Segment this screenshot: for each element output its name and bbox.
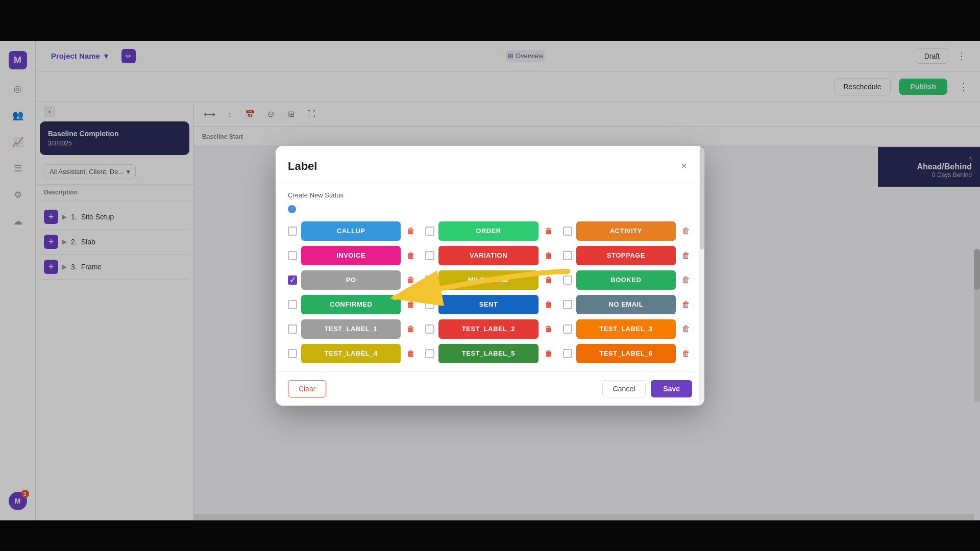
variation-delete[interactable]: 🗑 (543, 249, 555, 262)
invoice-delete[interactable]: 🗑 (405, 249, 417, 262)
sent-delete[interactable]: 🗑 (543, 298, 555, 311)
invoice-tag[interactable]: INVOICE (301, 246, 401, 265)
footer-right: Cancel Save (602, 380, 692, 397)
test4-checkbox[interactable] (288, 349, 297, 358)
label-row-sent: SENT 🗑 (425, 295, 554, 314)
test5-checkbox[interactable] (425, 349, 434, 358)
activity-tag[interactable]: ACTIVITY (576, 221, 676, 241)
label-row-stoppage: STOPPAGE 🗑 (563, 246, 692, 265)
modal-overlay: Label × Create New Status CALLUP 🗑 ORDER… (0, 0, 980, 551)
create-new-status-label: Create New Status (288, 191, 692, 199)
booked-checkbox[interactable] (563, 276, 572, 285)
confirmed-delete[interactable]: 🗑 (405, 298, 417, 311)
order-delete[interactable]: 🗑 (543, 225, 555, 237)
confirmed-tag[interactable]: CONFIRMED (301, 295, 401, 314)
sent-checkbox[interactable] (425, 300, 434, 309)
no-email-checkbox[interactable] (563, 300, 572, 309)
no-email-delete[interactable]: 🗑 (680, 298, 692, 311)
test2-checkbox[interactable] (425, 324, 434, 334)
variation-tag[interactable]: VARIATION (438, 246, 538, 265)
po-delete[interactable]: 🗑 (405, 274, 417, 286)
invoice-checkbox[interactable] (288, 251, 297, 260)
label-row-test3: TEST_LABEL_3 🗑 (563, 319, 692, 339)
modal-close-button[interactable]: × (676, 158, 692, 174)
label-grid: CALLUP 🗑 ORDER 🗑 ACTIVITY 🗑 INVOICE (288, 221, 692, 363)
label-row-confirmed: CONFIRMED 🗑 (288, 295, 417, 314)
label-row-test1: TEST_LABEL_1 🗑 (288, 319, 417, 339)
variation-checkbox[interactable] (425, 251, 434, 260)
milestone-tag[interactable]: MILESTONE (438, 270, 538, 290)
modal-header: Label × (276, 146, 704, 183)
label-row-activity: ACTIVITY 🗑 (563, 221, 692, 241)
modal-body: Create New Status CALLUP 🗑 ORDER 🗑 ACTIV… (276, 183, 704, 371)
test4-delete[interactable]: 🗑 (405, 347, 417, 360)
cancel-button[interactable]: Cancel (602, 380, 646, 397)
modal-scrollbar[interactable] (699, 146, 704, 406)
test1-tag[interactable]: TEST_LABEL_1 (301, 319, 401, 339)
stoppage-checkbox[interactable] (563, 251, 572, 260)
test1-delete[interactable]: 🗑 (405, 323, 417, 335)
label-row-test4: TEST_LABEL_4 🗑 (288, 344, 417, 363)
test5-tag[interactable]: TEST_LABEL_5 (438, 344, 538, 363)
milestone-delete[interactable]: 🗑 (543, 274, 555, 286)
label-row-po: ✓ PO 🗑 (288, 270, 417, 290)
test2-delete[interactable]: 🗑 (543, 323, 555, 335)
label-row-callup: CALLUP 🗑 (288, 221, 417, 241)
test6-tag[interactable]: TEST_LABEL_6 (576, 344, 676, 363)
test6-checkbox[interactable] (563, 349, 572, 358)
label-row-test2: TEST_LABEL_2 🗑 (425, 319, 554, 339)
label-row-test6: TEST_LABEL_6 🗑 (563, 344, 692, 363)
activity-checkbox[interactable] (563, 227, 572, 236)
stoppage-delete[interactable]: 🗑 (680, 249, 692, 262)
test1-checkbox[interactable] (288, 324, 297, 334)
test3-delete[interactable]: 🗑 (680, 323, 692, 335)
color-picker-dot[interactable] (288, 205, 296, 213)
callup-delete[interactable]: 🗑 (405, 225, 417, 237)
order-checkbox[interactable] (425, 227, 434, 236)
confirmed-checkbox[interactable] (288, 300, 297, 309)
sent-tag[interactable]: SENT (438, 295, 538, 314)
stoppage-tag[interactable]: STOPPAGE (576, 246, 676, 265)
test5-delete[interactable]: 🗑 (543, 347, 555, 360)
no-email-tag[interactable]: NO EMAIL (576, 295, 676, 314)
label-row-booked: BOOKED 🗑 (563, 270, 692, 290)
test4-tag[interactable]: TEST_LABEL_4 (301, 344, 401, 363)
po-checkbox[interactable]: ✓ (288, 276, 297, 285)
modal-footer: Clear Cancel Save (276, 371, 704, 406)
label-modal: Label × Create New Status CALLUP 🗑 ORDER… (276, 146, 704, 406)
activity-delete[interactable]: 🗑 (680, 225, 692, 237)
label-row-order: ORDER 🗑 (425, 221, 554, 241)
test6-delete[interactable]: 🗑 (680, 347, 692, 360)
milestone-checkbox[interactable] (425, 276, 434, 285)
callup-checkbox[interactable] (288, 227, 297, 236)
callup-tag[interactable]: CALLUP (301, 221, 401, 241)
label-row-test5: TEST_LABEL_5 🗑 (425, 344, 554, 363)
clear-button[interactable]: Clear (288, 380, 326, 397)
po-tag[interactable]: PO (301, 270, 401, 290)
label-row-milestone: MILESTONE 🗑 (425, 270, 554, 290)
label-row-invoice: INVOICE 🗑 (288, 246, 417, 265)
modal-scrollbar-thumb (700, 146, 704, 250)
label-row-no-email: NO EMAIL 🗑 (563, 295, 692, 314)
test2-tag[interactable]: TEST_LABEL_2 (438, 319, 538, 339)
booked-delete[interactable]: 🗑 (680, 274, 692, 286)
order-tag[interactable]: ORDER (438, 221, 538, 241)
booked-tag[interactable]: BOOKED (576, 270, 676, 290)
modal-title: Label (288, 160, 317, 173)
test3-tag[interactable]: TEST_LABEL_3 (576, 319, 676, 339)
test3-checkbox[interactable] (563, 324, 572, 334)
save-button[interactable]: Save (651, 380, 692, 397)
label-row-variation: VARIATION 🗑 (425, 246, 554, 265)
